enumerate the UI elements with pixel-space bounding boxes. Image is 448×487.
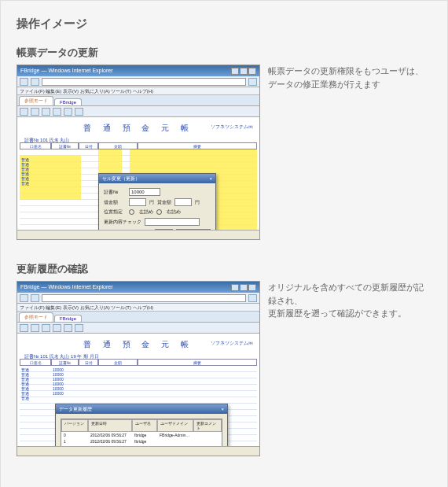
tab-ref-mode[interactable]: 参照モード <box>19 96 53 105</box>
tab-strip-2: 参照モード FBridge <box>17 312 259 323</box>
forward-button-2[interactable] <box>31 294 39 302</box>
toolbar-btn-6[interactable] <box>75 108 83 116</box>
screenshot-history: FBridge — Windows Internet Explorer ファイル… <box>17 281 260 456</box>
dlg-input-debit[interactable] <box>129 198 146 206</box>
toolbar-btn-1[interactable] <box>20 108 28 116</box>
dlg-label-align: 位置指定 <box>104 208 126 216</box>
ledger-grid: 口座名 証書№ 日付 金額 摘要 普通普通普通普通普通普通 <box>20 142 257 237</box>
list-row: 0 2012/02/06 09:56:27 fbridge FBridge-Ad… <box>61 432 222 438</box>
window-titlebar: FBridge — Windows Internet Explorer <box>17 65 259 76</box>
col-account: 口座名 <box>20 142 51 149</box>
close-button-2[interactable] <box>248 284 256 291</box>
back-button-2[interactable] <box>20 294 28 302</box>
radio-left[interactable] <box>129 209 134 215</box>
toolbar-btn-2-1[interactable] <box>20 324 28 332</box>
col-cert: 証書№ <box>51 142 79 149</box>
radio-left-label: 左詰め <box>139 208 153 216</box>
go-button[interactable] <box>248 78 257 86</box>
dlg-label-credit: 貸金額 <box>157 199 171 206</box>
maximize-button[interactable] <box>240 68 248 75</box>
page-container: 操作イメージ 帳票データの更新 FBridge — Windows Intern… <box>0 0 448 487</box>
section-update: 帳票データの更新 FBridge — Windows Internet Expl… <box>17 46 431 240</box>
col-date: 日付 <box>79 142 98 149</box>
dlg-input-credit[interactable] <box>174 198 192 206</box>
company-name: ソフネツシステム㈱ <box>211 124 253 131</box>
menu-bar-2[interactable]: ファイル(F) 編集(E) 表示(V) お気に入り(A) ツール(T) ヘルプ(… <box>17 304 259 312</box>
history-dialog-close-icon[interactable]: × <box>221 404 224 414</box>
menu-bar[interactable]: ファイル(F) 編集(E) 表示(V) お気に入り(A) ツール(T) ヘルプ(… <box>17 87 259 95</box>
col-memo-2: 摘要 <box>138 359 257 366</box>
col-account-2: 口座名 <box>20 359 51 366</box>
dlg-unit-2: 円 <box>195 199 200 206</box>
app-toolbar <box>17 106 259 117</box>
toolbar-btn-2-2[interactable] <box>31 324 39 332</box>
dialog-title-text: セル変更（更新） <box>102 174 140 183</box>
toolbar-btn-2[interactable] <box>31 108 39 116</box>
dialog-titlebar: セル変更（更新） × <box>99 174 215 183</box>
grid-body[interactable]: 普通普通普通普通普通普通 セル変更（更新） × 証書№10000 借金額円貸金額… <box>20 149 257 240</box>
tab-fbridge[interactable]: FBridge <box>54 98 82 105</box>
list-col-comment: 更新コメント <box>193 419 222 432</box>
list-row: 1 2012/02/06 09:56:27 fbridge <box>61 438 222 445</box>
dlg-unit: 円 <box>149 199 154 206</box>
window-title-text: FBridge — Windows Internet Explorer <box>20 65 113 76</box>
dlg-input-cert[interactable]: 10000 <box>129 188 160 196</box>
status-bar <box>17 230 259 239</box>
section-history-title: 更新履歴の確認 <box>17 262 431 276</box>
col-amount-2: 金額 <box>98 359 138 366</box>
section-update-title: 帳票データの更新 <box>17 46 431 60</box>
toolbar-btn-4[interactable] <box>53 108 61 116</box>
address-bar-2[interactable] <box>42 294 246 302</box>
browser-nav-toolbar-2 <box>17 293 259 304</box>
app-toolbar-2 <box>17 323 259 334</box>
toolbar-btn-2-3[interactable] <box>42 324 50 332</box>
forward-button[interactable] <box>31 78 39 86</box>
page-title: 操作イメージ <box>17 17 431 31</box>
history-dialog-title-text: データ更新履歴 <box>59 404 92 414</box>
dlg-label-cert: 証書№ <box>104 189 126 196</box>
dlg-label-debit: 借金額 <box>104 199 126 206</box>
toolbar-btn-2-4[interactable] <box>53 324 61 332</box>
col-cert-2: 証書№ <box>51 359 79 366</box>
ledger-grid-2: 口座名 証書№ 日付 金額 摘要 普通普通普通普通普通普通普通 10000100… <box>20 359 257 453</box>
company-name-2: ソフネツシステム㈱ <box>211 340 253 347</box>
list-col-version: バージョン <box>61 419 88 432</box>
col-amount: 金額 <box>98 142 138 149</box>
go-button-2[interactable] <box>248 294 257 302</box>
list-col-domain: ユーザドメイン <box>157 419 193 432</box>
ledger-content-2: 普 通 預 金 元 帳 ソフネツシステム㈱ 証書№ 101 氏名 丸山 19 年… <box>17 334 259 456</box>
history-dialog-titlebar: データ更新履歴 × <box>56 404 227 414</box>
minimize-button-2[interactable] <box>231 284 239 291</box>
toolbar-btn-2-6[interactable] <box>75 324 83 332</box>
maximize-button-2[interactable] <box>240 284 248 291</box>
toolbar-btn-5[interactable] <box>64 108 72 116</box>
grid-body-2[interactable]: 普通普通普通普通普通普通普通 1000010000100001000010000… <box>20 366 257 456</box>
list-col-user: ユーザ名 <box>132 419 157 432</box>
radio-right-label: 右詰め <box>167 208 181 216</box>
toolbar-btn-2-5[interactable] <box>64 324 72 332</box>
radio-right[interactable] <box>156 209 162 215</box>
back-button[interactable] <box>20 78 28 86</box>
minimize-button[interactable] <box>231 68 239 75</box>
ledger-content: 普 通 預 金 元 帳 ソフネツシステム㈱ 証書№ 101 氏名 丸山 口座名 … <box>17 117 259 239</box>
tab-ref-mode-2[interactable]: 参照モード <box>19 312 53 322</box>
toolbar-btn-3[interactable] <box>42 108 50 116</box>
tab-fbridge-2[interactable]: FBridge <box>54 315 82 322</box>
browser-nav-toolbar <box>17 76 259 87</box>
section-history: 更新履歴の確認 FBridge — Windows Internet Explo… <box>17 262 431 456</box>
dlg-label-check: 更新内容チェック <box>104 219 141 226</box>
address-bar[interactable] <box>42 78 246 86</box>
section-update-desc: 帳票データの更新権限をもつユーザは、データの修正業務が行えます <box>268 65 431 90</box>
screenshot-update: FBridge — Windows Internet Explorer ファイル… <box>17 65 260 240</box>
dlg-input-check[interactable] <box>145 218 200 226</box>
dialog-close-icon[interactable]: × <box>209 174 212 183</box>
list-col-date: 更新日時 <box>88 419 132 432</box>
window-titlebar-2: FBridge — Windows Internet Explorer <box>17 282 259 293</box>
status-bar-2 <box>17 446 259 456</box>
section-history-desc: オリジナルを含めすべての更新履歴が記録され、 更新履歴を遡って確認ができます。 <box>268 281 431 320</box>
col-memo: 摘要 <box>138 142 257 149</box>
window-title-text-2: FBridge — Windows Internet Explorer <box>20 282 113 293</box>
close-button[interactable] <box>248 68 256 75</box>
col-date-2: 日付 <box>79 359 98 366</box>
tab-strip: 参照モード FBridge <box>17 95 259 106</box>
